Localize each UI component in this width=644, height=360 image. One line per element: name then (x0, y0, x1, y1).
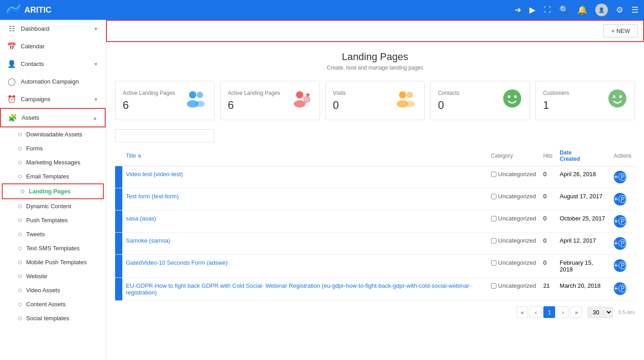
sidebar-sub-item-tweets[interactable]: Tweets (0, 227, 106, 241)
row-title[interactable]: sasa (asas) (122, 210, 487, 233)
search-input[interactable] (115, 129, 214, 142)
table-row: Test form (test-form) Uncategorized 0 Au… (115, 188, 635, 210)
chevron-down-icon: ▼ (93, 61, 98, 67)
sort-icon: ⇅ (138, 154, 141, 159)
notification-icon[interactable]: 🔔 (577, 5, 587, 15)
action-button[interactable]: +Ⓟ (614, 282, 626, 295)
category-checkbox[interactable] (491, 260, 496, 266)
sidebar-sub-label-forms: Forms (26, 145, 43, 152)
category-checkbox[interactable] (491, 283, 496, 289)
sidebar-sub-item-mobile-push[interactable]: Mobile Push Templates (0, 255, 106, 269)
per-page-select[interactable]: 30 50 100 (588, 307, 613, 318)
chevron-down-icon: ▼ (93, 97, 98, 102)
forward-icon[interactable]: ➜ (514, 5, 521, 15)
row-title[interactable]: EU-GDPR-How to fight back GDPR with Cold… (122, 278, 487, 301)
sidebar-item-campaigns[interactable]: ⏰ Campaigns ▼ (0, 90, 106, 108)
add-user-icon: + (290, 89, 312, 112)
top-navigation: ARITIC ➜ ▶ ⛶ 🔍 🔔 👤 ⚙ ☰ (0, 0, 644, 20)
stat-card-contacts[interactable]: Contacts 0 (430, 81, 530, 120)
fullscreen-icon[interactable]: ⛶ (544, 6, 551, 14)
logo-area: ARITIC (5, 4, 51, 16)
col-date-created: DateCreated (556, 146, 610, 166)
calendar-icon: 📅 (7, 42, 16, 51)
settings-icon[interactable]: ⚙ (616, 5, 623, 15)
new-button[interactable]: + NEW (603, 24, 638, 37)
sidebar-sub-item-push-templates[interactable]: Push Templates (0, 213, 106, 227)
sidebar-item-assets[interactable]: 🧩 Assets ▲ (0, 108, 106, 127)
action-button[interactable]: +Ⓟ (614, 259, 626, 272)
sidebar-sub-item-website[interactable]: Website (0, 269, 106, 283)
sidebar-label-calendar: Calendar (21, 43, 45, 50)
col-category: Category (487, 146, 540, 166)
dot-icon (18, 247, 22, 250)
sidebar-sub-item-video-assets[interactable]: Video Assets (0, 283, 106, 297)
sidebar-item-automation[interactable]: ◯ Automation Campaign (0, 73, 106, 90)
sidebar-sub-item-content-assets[interactable]: Content Assets (0, 297, 106, 311)
dot-icon (18, 133, 22, 136)
stat-card-customers[interactable]: Customers 1 (535, 81, 635, 120)
dot-icon (18, 303, 22, 306)
stat-info-contacts: Contacts 0 (438, 90, 459, 112)
row-title[interactable]: Video test (video-test) (122, 166, 487, 188)
pagination-last[interactable]: » (570, 306, 582, 318)
stat-value-active2: 6 (228, 99, 280, 112)
pagination-first[interactable]: « (516, 306, 528, 318)
action-button[interactable]: +Ⓟ (614, 215, 626, 228)
sidebar-sub-item-social-templates[interactable]: Social templates (0, 311, 106, 325)
search-icon[interactable]: 🔍 (559, 5, 569, 15)
row-title[interactable]: Samoke (samsa) (122, 233, 487, 255)
col-title[interactable]: Title ⇅ (122, 146, 487, 166)
page-subtitle: Create, host and manage landing pages (106, 65, 644, 71)
row-date: April 12, 2017 (556, 233, 610, 255)
row-actions: +Ⓟ (610, 233, 635, 255)
action-button[interactable]: +Ⓟ (614, 171, 626, 183)
category-checkbox[interactable] (491, 194, 496, 199)
search-bar: 🔍 (106, 126, 644, 146)
stat-value-active: 6 (123, 99, 175, 112)
dot-icon (18, 233, 22, 236)
sidebar-item-calendar[interactable]: 📅 Calendar (0, 37, 106, 55)
avatar[interactable]: 👤 (595, 4, 608, 16)
category-checkbox[interactable] (491, 238, 496, 243)
sidebar-sub-label-mobile-push: Mobile Push Templates (26, 259, 87, 266)
svg-point-17 (619, 95, 622, 98)
app-logo[interactable]: ARITIC (5, 4, 51, 16)
row-date: March 20, 2018 (556, 278, 610, 301)
action-button[interactable]: +Ⓟ (614, 237, 626, 250)
sidebar-item-contacts[interactable]: 👤 Contacts ▼ (0, 55, 106, 73)
pagination-prev[interactable]: ‹ (530, 306, 542, 318)
sidebar-item-dashboard[interactable]: ☷ Dashboard ▼ (0, 20, 106, 37)
stat-label-contacts: Contacts (438, 90, 459, 96)
row-hits: 0 (540, 188, 556, 210)
sidebar-sub-item-text-sms[interactable]: Text SMS Templates (0, 241, 106, 255)
row-hits: 0 (540, 255, 556, 278)
stat-card-visits[interactable]: Visits 0 (325, 81, 425, 120)
pagination-next[interactable]: › (557, 306, 569, 318)
dot-icon (18, 147, 22, 150)
row-title[interactable]: Test form (test-form) (122, 188, 487, 210)
dot-icon (18, 175, 22, 178)
sidebar-sub-item-marketing-messages[interactable]: Marketing Messages (0, 155, 106, 169)
person-icon: 👤 (7, 60, 16, 68)
sidebar-sub-item-landing-pages[interactable]: Landing Pages (2, 183, 104, 199)
stat-card-active-landing[interactable]: Active Landing Pages 6 (115, 81, 215, 120)
action-button[interactable]: +Ⓟ (614, 193, 626, 206)
row-title[interactable]: GatedVideo-10 Seconds Form (adswe) (122, 255, 487, 278)
play-icon[interactable]: ▶ (529, 5, 536, 15)
table-row: sasa (asas) Uncategorized 0 October 25, … (115, 210, 635, 233)
sidebar-sub-item-dynamic-content[interactable]: Dynamic Content (0, 199, 106, 213)
pagination-page-1[interactable]: 1 (543, 306, 555, 318)
svg-point-7 (304, 96, 310, 103)
row-actions: +Ⓟ (610, 188, 635, 210)
sidebar-label-contacts: Contacts (21, 61, 44, 67)
svg-point-0 (189, 91, 196, 98)
category-checkbox[interactable] (491, 172, 496, 177)
category-checkbox[interactable] (491, 216, 496, 221)
version-tag: 0.5-dev (618, 309, 635, 315)
sidebar-sub-item-email-templates[interactable]: Email Templates (0, 169, 106, 183)
svg-point-14 (514, 95, 517, 98)
sidebar-sub-item-forms[interactable]: Forms (0, 141, 106, 155)
stat-card-active2[interactable]: Active Landing Pages 6 + (220, 81, 320, 120)
sidebar-sub-item-downloadable-assets[interactable]: Downloadable Assets (0, 127, 106, 141)
menu-icon[interactable]: ☰ (631, 5, 639, 15)
